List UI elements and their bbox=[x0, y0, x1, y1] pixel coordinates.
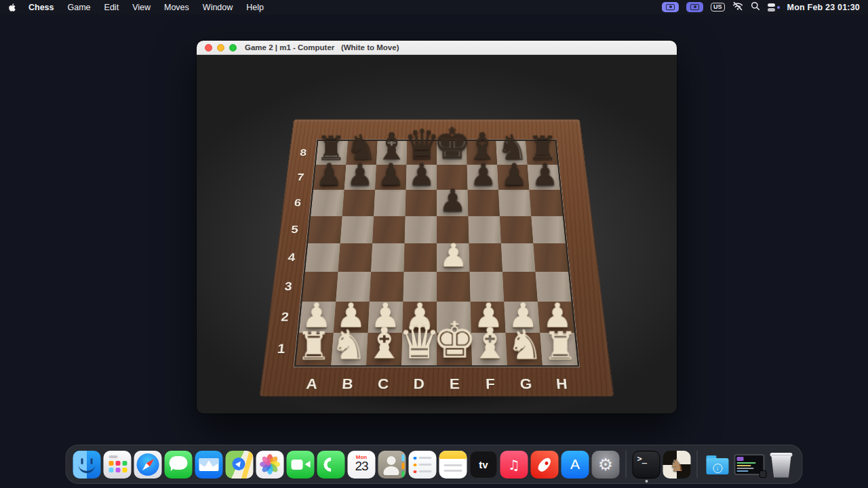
close-button[interactable] bbox=[205, 44, 212, 52]
dock-icon-launchpad[interactable] bbox=[104, 451, 132, 479]
dock-icon-contacts[interactable] bbox=[378, 451, 406, 479]
window-title: Game 2 | m1 - Computer (White to Move) bbox=[245, 43, 399, 52]
dock-icon-messages[interactable] bbox=[165, 451, 193, 479]
black-king-glyph: ♚ bbox=[433, 123, 471, 165]
dock-icon-trash[interactable] bbox=[768, 451, 795, 479]
menu-item-view[interactable]: View bbox=[132, 3, 151, 12]
dock: Mon23tv♫A⚙>_♞↓ bbox=[66, 445, 803, 484]
menu-items: GameEditViewMovesWindowHelp bbox=[68, 3, 264, 12]
black-pawn-glyph: ♟ bbox=[469, 159, 496, 190]
rank-label-8: 8 bbox=[289, 147, 318, 159]
wifi-off-icon[interactable] bbox=[732, 1, 743, 13]
black-pawn-glyph: ♟ bbox=[439, 185, 467, 216]
menu-item-game[interactable]: Game bbox=[68, 3, 91, 12]
chess-board[interactable]: 87654321 ABCDEFGH ♜♞♝♛♚♝♞♜♟♟♟♟♟♟♟♟♟♟♟♟♟♟… bbox=[260, 119, 614, 396]
white-knight-glyph: ♞ bbox=[330, 324, 367, 365]
minimize-button[interactable] bbox=[217, 44, 224, 52]
dock-icon-notes[interactable] bbox=[439, 451, 467, 479]
dock-icon-calendar[interactable]: Mon23 bbox=[348, 451, 376, 479]
white-pawn-glyph: ♟ bbox=[439, 239, 468, 272]
black-pawn-glyph: ♟ bbox=[500, 159, 528, 190]
menu-bar-clock[interactable]: Mon Feb 23 01:30 bbox=[787, 3, 860, 12]
dock-icon-music[interactable]: ♫ bbox=[500, 451, 528, 479]
white-rook-glyph: ♜ bbox=[542, 326, 578, 365]
dock-icon-terminal[interactable]: >_ bbox=[633, 451, 660, 479]
zoom-button[interactable] bbox=[229, 44, 237, 52]
board-pieces: ♜♞♝♛♚♝♞♜♟♟♟♟♟♟♟♟♟♟♟♟♟♟♟♟♜♞♝♛♚♝♞♜ bbox=[260, 119, 614, 396]
black-pawn-glyph: ♟ bbox=[531, 159, 558, 190]
display-person-icon bbox=[690, 4, 699, 10]
dock-icon-chessapp[interactable]: ♞ bbox=[663, 451, 691, 479]
display-person-icon bbox=[666, 4, 675, 10]
menu-bar: Chess GameEditViewMovesWindowHelp US Mon… bbox=[0, 0, 868, 14]
menu-item-edit[interactable]: Edit bbox=[104, 3, 119, 12]
dock-icon-photos[interactable] bbox=[256, 451, 284, 479]
black-pawn-glyph: ♟ bbox=[408, 159, 435, 190]
keyboard-input-badge[interactable]: US bbox=[711, 3, 725, 12]
dock-icon-finder[interactable] bbox=[73, 451, 101, 479]
chess-window: Game 2 | m1 - Computer (White to Move) 8… bbox=[197, 41, 677, 413]
rank-label-7: 7 bbox=[285, 171, 315, 184]
rank-label-6: 6 bbox=[283, 197, 313, 209]
rank-label-5: 5 bbox=[279, 223, 310, 236]
dock-divider bbox=[697, 451, 698, 478]
dock-icon-maps[interactable] bbox=[226, 451, 254, 479]
dock-icon-appletv[interactable]: tv bbox=[470, 451, 498, 479]
status-dot bbox=[777, 6, 780, 9]
black-pawn-glyph: ♟ bbox=[377, 159, 404, 190]
dock-icon-minwindow[interactable] bbox=[734, 454, 765, 475]
dock-icon-appstore[interactable]: A bbox=[561, 451, 589, 479]
chess-board-area: 87654321 ABCDEFGH ♜♞♝♛♚♝♞♜♟♟♟♟♟♟♟♟♟♟♟♟♟♟… bbox=[197, 55, 677, 413]
black-pawn-glyph: ♟ bbox=[315, 159, 342, 190]
dock-divider bbox=[626, 451, 627, 478]
screen-mirroring-button-1[interactable] bbox=[662, 2, 679, 12]
white-knight-glyph: ♞ bbox=[507, 324, 543, 365]
menu-app-name[interactable]: Chess bbox=[28, 3, 54, 12]
apple-menu-icon[interactable] bbox=[8, 3, 16, 12]
control-center-icon[interactable] bbox=[768, 3, 780, 12]
black-pawn-glyph: ♟ bbox=[346, 159, 373, 190]
spotlight-search-icon[interactable] bbox=[751, 1, 760, 13]
window-title-bar[interactable]: Game 2 | m1 - Computer (White to Move) bbox=[197, 41, 677, 55]
white-king-glyph: ♚ bbox=[432, 316, 477, 366]
dock-icon-facetime[interactable] bbox=[287, 451, 315, 479]
screen-mirroring-button-2[interactable] bbox=[686, 2, 703, 12]
white-rook-glyph: ♜ bbox=[296, 326, 331, 365]
dock-icon-downloads[interactable]: ↓ bbox=[704, 451, 732, 479]
dock-icon-safari[interactable] bbox=[134, 451, 162, 479]
dock-icon-settings[interactable]: ⚙ bbox=[592, 451, 620, 479]
dock-icon-reminders[interactable] bbox=[409, 451, 437, 479]
menu-item-window[interactable]: Window bbox=[203, 3, 233, 12]
menu-item-help[interactable]: Help bbox=[246, 3, 264, 12]
dock-icon-phone[interactable] bbox=[317, 451, 345, 479]
menu-item-moves[interactable]: Moves bbox=[164, 3, 189, 12]
dock-icon-mail[interactable] bbox=[195, 451, 223, 479]
dock-icon-games[interactable] bbox=[531, 451, 559, 479]
